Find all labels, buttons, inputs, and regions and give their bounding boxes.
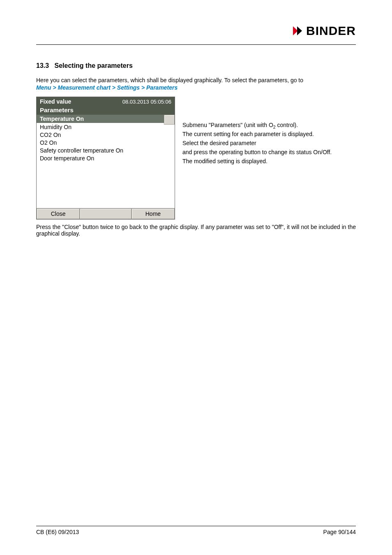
panel-title: Fixed value [40,98,71,105]
list-item[interactable]: Safety controller temperature On [37,146,164,154]
list-item[interactable]: Humidity On [37,123,164,131]
footer-rule [36,526,356,526]
desc-line: The modified setting is displayed. [182,157,356,165]
panel-title-bar: Fixed value 08.03.2013 05:05:06 [37,97,175,106]
section-heading: 13.3 Selecting the parameters [36,62,356,69]
description-column: Submenu "Parameters" (unit with O2 contr… [182,97,356,166]
logo: BINDER [292,24,356,38]
parameter-list: Temperature On Humidity On CO2 On O2 On … [37,115,164,208]
scrollbar [164,115,175,208]
parameters-panel: Fixed value 08.03.2013 05:05:06 Paramete… [36,97,175,220]
header: BINDER [36,21,356,41]
intro-text: Here you can select the parameters, whic… [36,77,356,83]
desc-line: Submenu "Parameters" (unit with O2 contr… [182,121,356,129]
menu-path: Menu > Measurement chart > Settings > Pa… [36,84,356,91]
desc-line: and press the operating button to change… [182,148,356,156]
binder-logo-icon [292,25,303,37]
closing-text: Press the "Close" button twice to go bac… [36,224,356,237]
panel-button-row: Close Home [37,208,175,219]
section-title: Selecting the parameters [54,62,132,69]
list-item[interactable]: O2 On [37,139,164,146]
section-number: 13.3 [36,62,49,69]
list-item[interactable]: Temperature On [37,115,164,123]
footer-left: CB (E6) 09/2013 [36,529,79,535]
close-button[interactable]: Close [37,208,80,219]
panel-datetime: 08.03.2013 05:05:06 [122,99,171,105]
footer-right: Page 90/144 [323,529,356,535]
desc-line: Select the desired parameter [182,139,356,147]
list-item[interactable]: Door temperature On [37,154,164,162]
svg-marker-1 [297,26,302,35]
list-item[interactable]: CO2 On [37,131,164,139]
button-gap [80,208,131,219]
footer: CB (E6) 09/2013 Page 90/144 [36,526,356,535]
desc-line: The current setting for each parameter i… [182,130,356,138]
logo-text: BINDER [306,24,356,38]
panel-subtitle: Parameters [37,106,175,115]
home-button[interactable]: Home [131,208,175,219]
header-rule [36,44,356,45]
scroll-up-button[interactable] [164,115,175,125]
